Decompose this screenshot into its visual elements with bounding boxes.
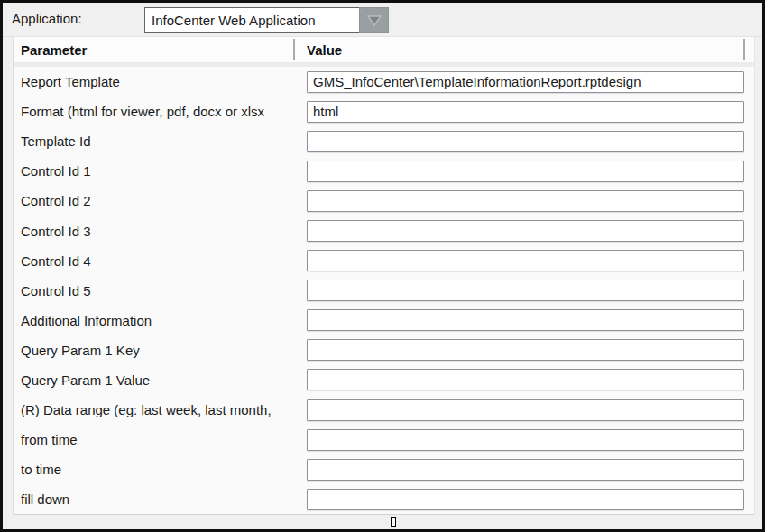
parameter-value-input[interactable] — [307, 190, 744, 212]
parameter-value-input[interactable] — [307, 220, 744, 242]
parameter-value-input[interactable] — [307, 489, 744, 510]
table-row: Query Param 1 Key — [14, 335, 754, 365]
parameter-editor-window: Application: InfoCenter Web Application … — [0, 0, 765, 532]
parameter-value-input[interactable] — [307, 161, 744, 182]
column-separator — [293, 39, 295, 60]
caret-marker — [391, 517, 396, 527]
parameter-name-label: Control Id 2 — [21, 193, 307, 208]
table-row: Control Id 3 — [14, 216, 754, 245]
table-row: Template Id — [14, 126, 754, 156]
parameter-name-label: Query Param 1 Value — [21, 372, 307, 388]
parameter-value-input[interactable] — [307, 429, 744, 451]
column-header-parameter: Parameter — [21, 42, 307, 58]
parameter-name-label: Control Id 5 — [21, 283, 307, 298]
parameter-name-label: fill down — [21, 491, 307, 507]
parameter-name-label: Template Id — [21, 133, 307, 149]
application-dropdown-value[interactable]: InfoCenter Web Application — [144, 7, 359, 33]
column-header-value: Value — [307, 42, 342, 58]
table-row: (R) Data range (eg: last week, last mont… — [14, 395, 754, 425]
parameter-rows: Report Template Format (html for viewer,… — [14, 67, 754, 514]
table-row: Control Id 4 — [14, 246, 754, 276]
parameter-name-label: Control Id 3 — [21, 224, 307, 239]
table-row: Format (html for viewer, pdf, docx or xl… — [14, 96, 754, 126]
table-row: fill down — [14, 484, 754, 514]
parameter-value-input[interactable] — [307, 339, 744, 361]
parameter-value-input[interactable] — [307, 250, 744, 271]
bottom-strip — [3, 515, 762, 529]
parameter-name-label: Query Param 1 Key — [21, 343, 307, 358]
parameter-name-label: Report Template — [21, 74, 307, 89]
table-row: Additional Information — [14, 306, 754, 335]
parameter-value-input[interactable] — [307, 71, 744, 93]
parameter-value-input[interactable] — [307, 131, 744, 152]
parameter-value-input[interactable] — [307, 309, 744, 331]
parameter-name-label: Control Id 4 — [21, 253, 307, 269]
table-row: from time — [14, 425, 754, 454]
application-bar: Application: InfoCenter Web Application — [3, 3, 762, 37]
parameter-name-label: to time — [21, 462, 307, 477]
dropdown-arrow-icon — [366, 14, 382, 27]
parameter-table: Parameter Value Report Template Format (… — [13, 37, 755, 515]
table-row: Query Param 1 Value — [14, 365, 754, 395]
parameter-name-label: Format (html for viewer, pdf, docx or xl… — [21, 104, 307, 119]
parameter-value-input[interactable] — [307, 369, 744, 390]
table-row: Report Template — [14, 67, 754, 96]
parameter-name-label: from time — [21, 432, 307, 447]
parameter-name-label: (R) Data range (eg: last week, last mont… — [21, 402, 307, 417]
parameter-value-input[interactable] — [307, 101, 744, 123]
application-dropdown-button[interactable] — [359, 7, 389, 33]
table-row: Control Id 1 — [14, 156, 754, 186]
column-separator — [743, 39, 745, 60]
table-header-row: Parameter Value — [14, 37, 754, 62]
application-dropdown[interactable]: InfoCenter Web Application — [144, 7, 389, 33]
application-label: Application: — [12, 11, 82, 26]
parameter-name-label: Control Id 1 — [21, 163, 307, 179]
table-row: Control Id 5 — [14, 276, 754, 306]
parameter-name-label: Additional Information — [21, 313, 307, 328]
parameter-value-input[interactable] — [307, 399, 744, 421]
parameter-value-input[interactable] — [307, 459, 744, 481]
table-row: to time — [14, 454, 754, 484]
table-row: Control Id 2 — [14, 186, 754, 216]
parameter-value-input[interactable] — [307, 280, 744, 301]
